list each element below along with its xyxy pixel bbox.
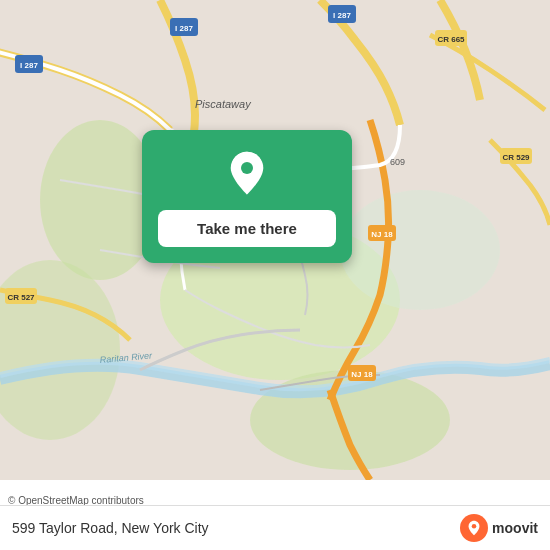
svg-text:CR 665: CR 665 <box>437 35 465 44</box>
moovit-logo: moovit <box>460 514 538 542</box>
address-text: 599 Taylor Road, New York City <box>12 520 209 536</box>
svg-point-3 <box>340 190 500 310</box>
svg-text:I 287: I 287 <box>175 24 193 33</box>
take-me-there-card: Take me there <box>142 130 352 263</box>
svg-text:NJ 18: NJ 18 <box>351 370 373 379</box>
svg-text:Piscataway: Piscataway <box>195 98 252 110</box>
bottom-bar: 599 Taylor Road, New York City moovit <box>0 505 550 550</box>
svg-point-28 <box>472 524 477 529</box>
moovit-icon <box>460 514 488 542</box>
svg-text:CR 529: CR 529 <box>502 153 530 162</box>
svg-text:609: 609 <box>390 157 405 167</box>
svg-point-26 <box>241 162 253 174</box>
svg-text:I 287: I 287 <box>20 61 38 70</box>
map-container: I 287 I 287 I 287 CR 665 CR 529 CR 527 N… <box>0 0 550 550</box>
svg-text:NJ 18: NJ 18 <box>371 230 393 239</box>
take-me-there-button[interactable]: Take me there <box>158 210 336 247</box>
location-pin-icon <box>223 150 271 198</box>
moovit-label: moovit <box>492 520 538 536</box>
svg-text:I 287: I 287 <box>333 11 351 20</box>
svg-text:CR 527: CR 527 <box>7 293 35 302</box>
